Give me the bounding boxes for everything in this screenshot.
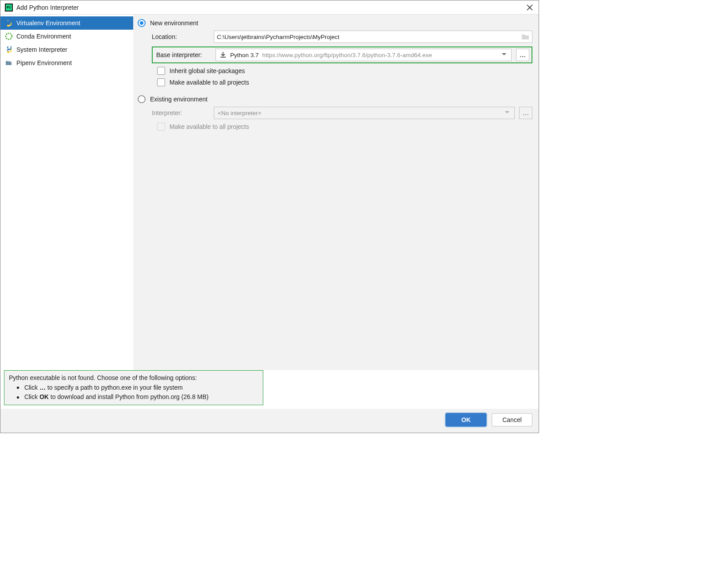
pipenv-icon — [5, 59, 13, 67]
checkbox-icon — [157, 123, 165, 131]
hint-bullet-1: Click … to specify a path to python.exe … — [17, 383, 258, 393]
close-icon — [527, 4, 533, 11]
radio-icon-unchecked — [138, 95, 146, 103]
radio-icon-checked — [138, 19, 146, 27]
location-input[interactable]: C:\Users\jetbrains\PycharmProjects\MyPro… — [214, 31, 532, 43]
sidebar: Virtualenv Environment Conda Environment… — [0, 15, 133, 370]
sidebar-item-label: Virtualenv Environment — [16, 19, 80, 27]
sidebar-item-label: System Interpreter — [16, 46, 67, 53]
close-button[interactable] — [525, 3, 534, 12]
titlebar: PC Add Python Interpreter — [0, 0, 539, 15]
folder-icon[interactable] — [521, 33, 529, 41]
hint-bullet-2: Click OK to download and install Python … — [17, 392, 258, 402]
svg-point-8 — [8, 46, 8, 47]
ok-button[interactable]: OK — [446, 413, 486, 426]
sidebar-item-pipenv[interactable]: Pipenv Environment — [0, 56, 133, 70]
location-row: Location: C:\Users\jetbrains\PycharmProj… — [152, 31, 532, 43]
location-label: Location: — [152, 33, 209, 40]
browse-label: … — [523, 109, 529, 116]
base-interpreter-combo[interactable]: Python 3.7 https://www.python.org/ftp/py… — [216, 49, 512, 61]
python-icon — [5, 46, 13, 54]
download-icon — [220, 51, 227, 58]
base-interpreter-sub: https://www.python.org/ftp/python/3.7.6/… — [262, 52, 498, 58]
svg-point-6 — [9, 25, 10, 26]
existing-interpreter-combo: <No interpreter> — [214, 107, 515, 119]
sidebar-item-conda[interactable]: Conda Environment — [0, 30, 133, 43]
conda-icon — [5, 32, 13, 40]
radio-new-environment[interactable]: New environment — [138, 19, 532, 27]
inherit-label: Inherit global site-packages — [169, 67, 245, 74]
browse-label: … — [520, 51, 526, 58]
sidebar-item-label: Pipenv Environment — [16, 59, 72, 66]
location-value: C:\Users\jetbrains\PycharmProjects\MyPro… — [217, 34, 339, 40]
hint-line1: Python executable is not found. Choose o… — [9, 373, 258, 383]
existing-make-available-row: Make available to all projects — [157, 123, 532, 131]
svg-text:PC: PC — [7, 6, 11, 9]
make-available-checkbox-row[interactable]: Make available to all projects — [157, 78, 532, 86]
svg-point-7 — [6, 33, 12, 39]
base-interpreter-label: Base interpreter: — [156, 51, 211, 58]
cancel-label: Cancel — [502, 416, 522, 423]
ok-label: OK — [462, 416, 471, 423]
svg-point-9 — [9, 52, 10, 53]
svg-rect-10 — [220, 57, 226, 58]
radio-existing-environment[interactable]: Existing environment — [138, 95, 532, 103]
make-available-label: Make available to all projects — [169, 79, 249, 86]
existing-interpreter-browse-button: … — [519, 107, 532, 119]
python-icon — [5, 19, 13, 27]
pycharm-icon: PC — [5, 4, 13, 12]
radio-label: New environment — [150, 19, 198, 27]
footer: OK Cancel — [0, 409, 539, 433]
inherit-checkbox-row[interactable]: Inherit global site-packages — [157, 67, 532, 75]
main-panel: New environment Location: C:\Users\jetbr… — [133, 15, 539, 370]
cancel-button[interactable]: Cancel — [492, 413, 532, 426]
dialog-body: Virtualenv Environment Conda Environment… — [0, 15, 539, 370]
sidebar-item-label: Conda Environment — [16, 33, 71, 40]
hint-box: Python executable is not found. Choose o… — [4, 370, 263, 405]
base-interpreter-row: Base interpreter: Python 3.7 https://www… — [152, 46, 532, 63]
existing-interpreter-label: Interpreter: — [152, 109, 209, 116]
window-title: Add Python Interpreter — [16, 4, 525, 11]
base-interpreter-main: Python 3.7 — [230, 52, 259, 58]
chevron-down-icon — [501, 52, 508, 58]
base-interpreter-browse-button[interactable]: … — [516, 49, 529, 61]
checkbox-icon — [157, 67, 165, 75]
checkbox-icon — [157, 78, 165, 86]
svg-point-5 — [8, 20, 8, 21]
radio-label: Existing environment — [150, 96, 208, 103]
sidebar-item-system[interactable]: System Interpreter — [0, 43, 133, 56]
existing-make-available-label: Make available to all projects — [169, 123, 249, 130]
existing-interpreter-value: <No interpreter> — [218, 110, 501, 116]
sidebar-item-virtualenv[interactable]: Virtualenv Environment — [0, 16, 133, 30]
chevron-down-icon — [505, 110, 511, 116]
existing-interpreter-row: Interpreter: <No interpreter> … — [152, 107, 532, 119]
